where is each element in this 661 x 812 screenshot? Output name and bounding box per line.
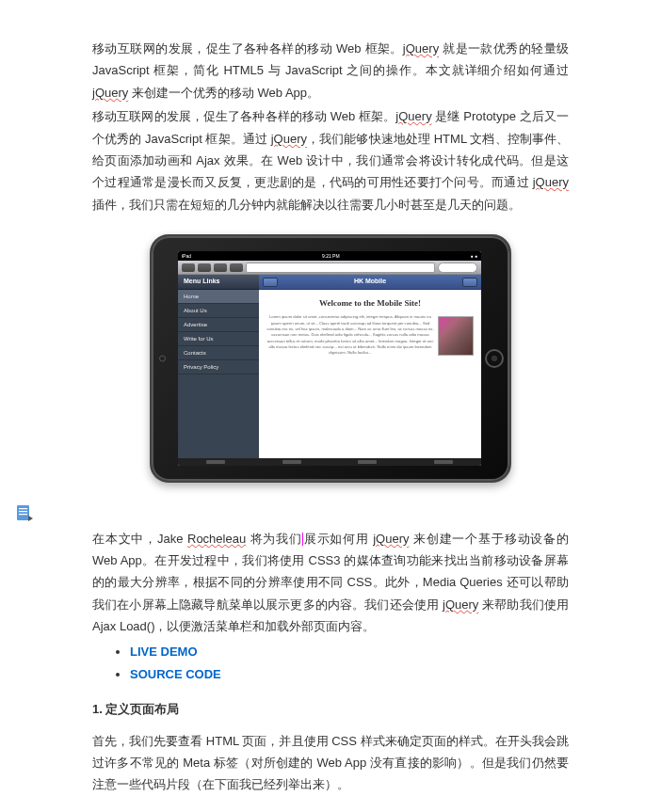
intro-paragraph-1: 移动互联网的发展，促生了各种各样的移动 Web 框架。jQuery 就是一款优秀… <box>92 38 569 103</box>
status-bar: iPad 9:21 PM ● ● <box>178 251 481 261</box>
main-header: HK Mobile <box>259 275 481 290</box>
list-item: SOURCE CODE <box>130 663 569 685</box>
url-bar[interactable] <box>246 263 435 273</box>
status-time: 9:21 PM <box>322 252 340 261</box>
back-button[interactable] <box>182 263 195 272</box>
sidebar-item[interactable]: Privacy Policy <box>178 360 259 374</box>
bookmark-button[interactable] <box>230 263 243 272</box>
ipad-mockup: iPad 9:21 PM ● ● Menu Links HomeAbout Us… <box>92 234 569 489</box>
list-item: LIVE DEMO <box>130 641 569 662</box>
sidebar-item[interactable]: About Us <box>178 304 259 318</box>
profile-photo <box>438 316 474 356</box>
page-title: Welcome to the Mobile Site! <box>266 295 474 310</box>
sidebar-header: Menu Links <box>178 275 259 290</box>
document-toolbar-icon[interactable] <box>15 504 36 530</box>
svg-rect-3 <box>19 514 27 515</box>
status-right: ● ● <box>471 252 477 261</box>
action-button[interactable] <box>214 263 227 272</box>
tab-bar <box>178 458 481 466</box>
source-code-link[interactable]: SOURCE CODE <box>130 667 221 681</box>
intro-paragraph-2: 移动互联网的发展，促生了各种各样的移动 Web 框架。jQuery 是继 Pro… <box>92 105 569 215</box>
section-heading-1: 1. 定义页面布局 <box>92 698 569 720</box>
status-left: iPad <box>182 252 191 261</box>
sidebar-item[interactable]: Advertise <box>178 318 259 332</box>
svg-rect-2 <box>19 511 27 512</box>
body-paragraph-4: 首先，我们先要查看 HTML 页面，并且使用 CSS 样式来确定页面的样式。在开… <box>92 730 569 796</box>
forward-button[interactable] <box>198 263 211 272</box>
svg-rect-0 <box>17 505 29 520</box>
main-header-title: HK Mobile <box>354 276 386 288</box>
svg-rect-1 <box>19 508 27 509</box>
live-demo-link[interactable]: LIVE DEMO <box>130 645 198 659</box>
sidebar: Menu Links HomeAbout UsAdvertiseWrite fo… <box>178 275 259 458</box>
sidebar-item[interactable]: Contacts <box>178 346 259 360</box>
code-snippet: <meta http-equiv="X-UA-Compatible" conte… <box>92 807 569 812</box>
browser-toolbar <box>178 261 481 275</box>
sidebar-item[interactable]: Home <box>178 290 259 304</box>
body-paragraph-3: 在本文中，Jake Rocheleau 将为我们展示如何用 jQuery 来创建… <box>92 528 569 638</box>
links-list: LIVE DEMO SOURCE CODE <box>92 641 569 685</box>
page-icon <box>15 504 36 523</box>
sidebar-item[interactable]: Write for Us <box>178 332 259 346</box>
search-bar[interactable] <box>438 263 477 273</box>
